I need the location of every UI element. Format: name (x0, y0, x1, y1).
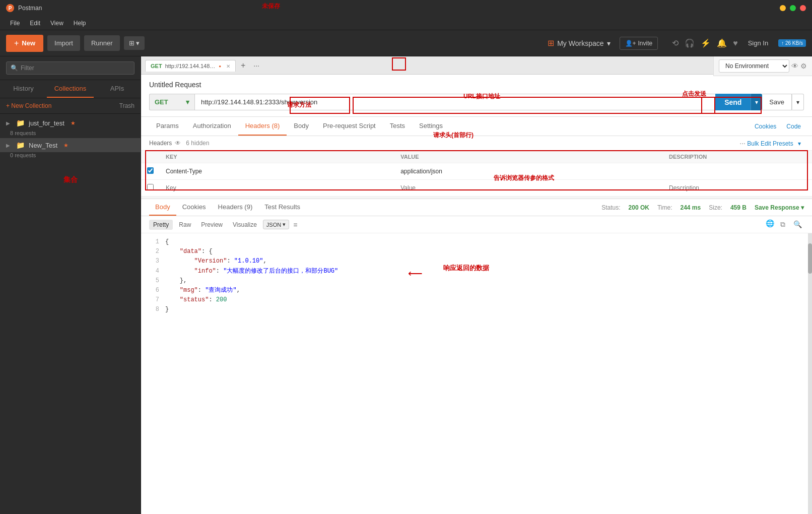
env-settings-icon[interactable]: ⚙ (800, 62, 807, 70)
code-4: "info": "大幅度的修改了后台的接口，和部分BUG" (165, 267, 338, 276)
maximize-button[interactable]: □ (790, 5, 796, 11)
resp-tab-body[interactable]: Body (149, 199, 176, 216)
env-eye-icon[interactable]: 👁 (791, 62, 798, 70)
lightning-icon[interactable]: ⚡ (701, 38, 711, 48)
resp-right: 🌐 ⧉ 🔍 (766, 219, 804, 230)
close-button[interactable]: ✕ (800, 5, 806, 11)
copy-icon[interactable]: ⧉ (778, 219, 787, 230)
tab-add-button[interactable]: + (238, 61, 248, 70)
response-section: Body Cookies Headers (9) Test Results St… (141, 199, 812, 514)
star-icon-2: ★ (63, 142, 69, 149)
save-button[interactable]: Save (762, 94, 792, 110)
format-selector[interactable]: JSON ▾ (263, 220, 289, 229)
bulk-edit-button[interactable]: Bulk Edit (747, 140, 771, 147)
new-key-input[interactable] (166, 184, 388, 191)
runner-button[interactable]: Runner (84, 35, 120, 51)
collections-list: ▶ 📁 just_for_test ★ 8 requests ▶ 📁 New_T… (0, 114, 141, 514)
method-select[interactable]: GET ▾ (149, 94, 194, 110)
new-header-checkbox[interactable] (147, 184, 154, 190)
env-selector[interactable]: No Environment (719, 59, 789, 73)
req-tab-headers[interactable]: Headers (8) (238, 117, 287, 136)
minimize-button[interactable]: — (780, 5, 786, 11)
resp-tab-test-results[interactable]: Test Results (258, 199, 306, 216)
headphones-icon[interactable]: 🎧 (685, 38, 695, 48)
workspace-button[interactable]: ⊞ My Workspace ▾ (543, 35, 615, 51)
request-section-wrapper: Untitled Request GET ▾ Send ▾ Save ▾ 请求方 (141, 75, 812, 117)
code-5: }, (165, 276, 187, 286)
code-6: "msg": "查询成功", (165, 286, 240, 295)
invite-button[interactable]: 👤+ Invite (620, 37, 658, 50)
pretty-btn[interactable]: Pretty (149, 220, 173, 230)
url-input[interactable] (194, 94, 715, 110)
method-chevron: ▾ (186, 98, 189, 106)
signin-button[interactable]: Sign In (744, 37, 772, 49)
cookies-link[interactable]: Cookies (752, 118, 779, 135)
req-tab-authorization[interactable]: Authorization (186, 117, 238, 136)
code-link[interactable]: Code (783, 118, 804, 135)
new-button[interactable]: + New (6, 35, 43, 52)
tab-history[interactable]: History (0, 80, 47, 98)
heart-icon[interactable]: ♥ (733, 39, 738, 48)
header-checkbox[interactable] (147, 167, 154, 174)
req-tab-settings[interactable]: Settings (412, 117, 450, 136)
trash-button[interactable]: Trash (119, 102, 134, 109)
new-key-cell[interactable] (160, 180, 394, 197)
sync-icon[interactable]: ⟲ (672, 38, 679, 48)
more-button[interactable]: ··· (739, 139, 746, 147)
new-collection-button[interactable]: + New Collection (6, 102, 51, 109)
req-tab-tests[interactable]: Tests (383, 117, 412, 136)
bell-icon[interactable]: 🔔 (717, 38, 727, 48)
workspace-icon: ⊞ (548, 38, 554, 48)
req-tab-body[interactable]: Body (287, 117, 316, 136)
search-resp-icon[interactable]: 🔍 (791, 219, 804, 230)
code-line-5: 5 }, (149, 276, 800, 286)
collection-item-new-test[interactable]: ▶ 📁 New_Test ★ (0, 138, 141, 152)
top-right-icons: ⟲ 🎧 ⚡ 🔔 ♥ Sign In ↑ 26 KB/s (672, 37, 806, 49)
time-label: Time: (657, 204, 672, 211)
visualize-btn[interactable]: Visualize (229, 220, 261, 230)
request-tab-1[interactable]: GET http://192.144.148.91:2333/sho... ● … (145, 60, 236, 72)
tab-collections[interactable]: Collections (47, 80, 94, 98)
collection-count-2: 0 requests (10, 152, 141, 160)
status-label: Status: (601, 204, 620, 211)
collection-item-just-for-test[interactable]: ▶ 📁 just_for_test ★ (0, 116, 141, 130)
new-checkbox-cell (141, 180, 160, 197)
send-dropdown[interactable]: ▾ (751, 94, 762, 110)
resp-icon-btn[interactable]: ≡ (291, 220, 299, 230)
presets-button[interactable]: Presets ▾ (773, 140, 804, 147)
filter-input[interactable] (6, 61, 134, 75)
new-value-input[interactable] (400, 184, 657, 191)
req-tab-right: Cookies Code (752, 118, 804, 135)
new-value-cell[interactable] (394, 180, 663, 197)
headers-table-head: KEY VALUE DESCRIPTION (141, 151, 812, 163)
menu-help[interactable]: Help (70, 18, 90, 29)
req-tab-prerequest[interactable]: Pre-request Script (316, 117, 383, 136)
save-dropdown[interactable]: ▾ (792, 94, 804, 110)
invite-label: Invite (638, 40, 653, 47)
plus-icon: + (14, 39, 19, 48)
save-response-button[interactable]: Save Response ▾ (755, 204, 804, 211)
scrollbar[interactable] (808, 233, 812, 514)
preview-btn[interactable]: Preview (197, 220, 227, 230)
tab-apis[interactable]: APIs (94, 80, 141, 98)
globe-icon[interactable]: 🌐 (766, 219, 774, 230)
request-title-row: Untitled Request (149, 81, 804, 89)
new-desc-input[interactable] (669, 184, 806, 191)
menu-view[interactable]: View (46, 18, 67, 29)
request-name[interactable]: Untitled Request (149, 81, 201, 89)
new-desc-cell[interactable] (663, 180, 812, 197)
raw-btn[interactable]: Raw (175, 220, 195, 230)
req-tab-params[interactable]: Params (149, 117, 186, 136)
layout-button[interactable]: ⊞ ▾ (124, 36, 145, 50)
menu-edit[interactable]: Edit (26, 18, 44, 29)
resp-tab-headers[interactable]: Headers (9) (212, 199, 259, 216)
tab-more-button[interactable]: ··· (250, 61, 262, 70)
header-value-cell: application/json (394, 163, 663, 180)
save-response-label: Save Response (755, 204, 799, 211)
header-value-value: application/json (400, 168, 442, 175)
menu-file[interactable]: File (6, 18, 24, 29)
resp-tab-cookies[interactable]: Cookies (176, 199, 212, 216)
import-button[interactable]: Import (47, 35, 80, 51)
send-button[interactable]: Send (715, 94, 751, 110)
tab-close-button[interactable]: ✕ (226, 63, 230, 69)
